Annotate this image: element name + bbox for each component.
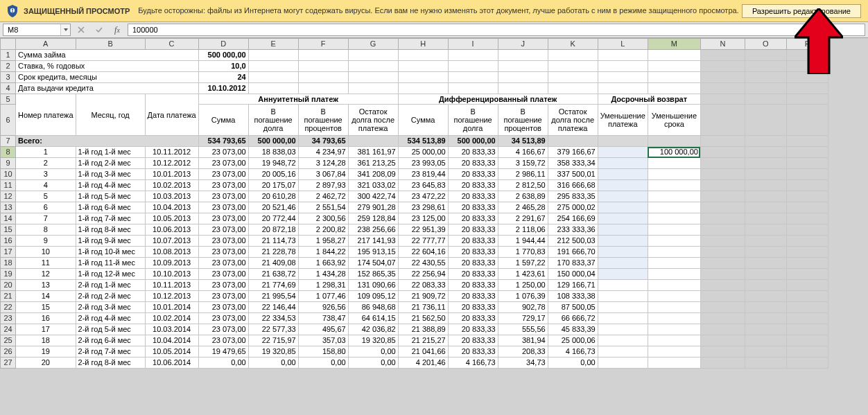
cell[interactable] bbox=[598, 61, 648, 72]
cell-num[interactable]: 11 bbox=[16, 258, 76, 269]
cell-D[interactable]: 23 073,00 bbox=[198, 180, 248, 191]
cell-L[interactable] bbox=[598, 169, 648, 180]
fx-button[interactable]: fx bbox=[110, 24, 125, 36]
cell-num[interactable]: 1 bbox=[16, 147, 76, 158]
cell-G[interactable]: 381 161,97 bbox=[348, 147, 398, 158]
cell-F[interactable]: 1 844,22 bbox=[298, 247, 348, 258]
param-label[interactable]: Ставка, % годовых bbox=[16, 61, 199, 72]
cell-H[interactable]: 21 736,11 bbox=[398, 302, 448, 313]
subheader-L[interactable]: Уменьшение платежа bbox=[598, 105, 648, 136]
row-header-6[interactable]: 6 bbox=[1, 105, 16, 136]
cell-E[interactable]: 20 872,18 bbox=[248, 224, 298, 236]
select-all-corner[interactable] bbox=[1, 39, 16, 50]
total-I[interactable]: 500 000,00 bbox=[448, 136, 498, 147]
cell-date[interactable]: 10.10.2013 bbox=[145, 269, 198, 280]
cell[interactable] bbox=[745, 191, 786, 202]
spreadsheet-area[interactable]: ABCDEFGHIJKLMNOP1Сумма займа500 000,002С… bbox=[0, 38, 868, 415]
cell[interactable] bbox=[398, 83, 448, 94]
cell[interactable] bbox=[745, 324, 786, 335]
cell[interactable] bbox=[745, 236, 786, 247]
cell-K[interactable]: 295 833,35 bbox=[548, 191, 598, 202]
cell-num[interactable]: 10 bbox=[16, 247, 76, 258]
cell-G[interactable]: 238 256,66 bbox=[348, 224, 398, 236]
cell[interactable] bbox=[348, 50, 398, 61]
header-num[interactable]: Номер платежа bbox=[16, 94, 76, 136]
cell-I[interactable]: 20 833,33 bbox=[448, 247, 498, 258]
cell[interactable] bbox=[348, 72, 398, 83]
cell-E[interactable]: 20 521,46 bbox=[248, 202, 298, 213]
cell-month[interactable]: 2-й год 4-й мес bbox=[76, 313, 145, 324]
cell-date[interactable]: 10.12.2012 bbox=[145, 158, 198, 169]
row-header-18[interactable]: 18 bbox=[1, 258, 16, 269]
cell[interactable] bbox=[700, 158, 745, 169]
cell[interactable] bbox=[786, 191, 828, 202]
cell-date[interactable]: 10.11.2013 bbox=[145, 280, 198, 291]
cell[interactable] bbox=[786, 158, 828, 169]
subheader-M[interactable]: Уменьшение срока bbox=[648, 105, 700, 136]
total-E[interactable]: 500 000,00 bbox=[248, 136, 298, 147]
cell-K[interactable]: 87 500,05 bbox=[548, 302, 598, 313]
cell[interactable] bbox=[786, 269, 828, 280]
cell-L[interactable] bbox=[598, 247, 648, 258]
cell-date[interactable]: 10.06.2013 bbox=[145, 224, 198, 236]
cell-M[interactable] bbox=[648, 291, 700, 302]
cell[interactable] bbox=[398, 50, 448, 61]
cell-H[interactable]: 22 430,55 bbox=[398, 258, 448, 269]
cell-J[interactable]: 2 638,89 bbox=[498, 191, 548, 202]
cell-I[interactable]: 20 833,33 bbox=[448, 224, 498, 236]
column-header-G[interactable]: G bbox=[348, 39, 398, 50]
row-header-23[interactable]: 23 bbox=[1, 313, 16, 324]
cell[interactable] bbox=[700, 180, 745, 191]
cell-M[interactable] bbox=[648, 247, 700, 258]
row-header-9[interactable]: 9 bbox=[1, 158, 16, 169]
subheader-K[interactable]: Остаток долга после платежа bbox=[548, 105, 598, 136]
cell-I[interactable]: 20 833,33 bbox=[448, 180, 498, 191]
cell-L[interactable] bbox=[598, 269, 648, 280]
cell-D[interactable]: 23 073,00 bbox=[198, 158, 248, 169]
cell-F[interactable]: 3 067,84 bbox=[298, 169, 348, 180]
cell-I[interactable]: 20 833,33 bbox=[448, 335, 498, 346]
cell-date[interactable]: 10.07.2013 bbox=[145, 236, 198, 247]
cell-J[interactable]: 208,33 bbox=[498, 346, 548, 357]
name-box-input[interactable] bbox=[3, 26, 60, 34]
cell[interactable] bbox=[700, 50, 745, 61]
row-header-1[interactable]: 1 bbox=[1, 50, 16, 61]
cell-F[interactable]: 2 551,54 bbox=[298, 202, 348, 213]
cell[interactable] bbox=[786, 105, 828, 136]
cell-date[interactable]: 10.01.2014 bbox=[145, 302, 198, 313]
cell-L[interactable] bbox=[598, 335, 648, 346]
cell[interactable] bbox=[700, 324, 745, 335]
cell[interactable] bbox=[745, 169, 786, 180]
cell[interactable] bbox=[745, 302, 786, 313]
cell-K[interactable]: 379 166,67 bbox=[548, 147, 598, 158]
cell-M[interactable] bbox=[648, 191, 700, 202]
row-header-5[interactable]: 5 bbox=[1, 94, 16, 105]
cell-J[interactable]: 1 944,44 bbox=[498, 236, 548, 247]
cell-H[interactable]: 21 909,72 bbox=[398, 291, 448, 302]
cell-J[interactable]: 1 076,39 bbox=[498, 291, 548, 302]
cell-H[interactable]: 23 993,05 bbox=[398, 158, 448, 169]
cell-date[interactable]: 10.06.2014 bbox=[145, 357, 198, 369]
cell-G[interactable]: 19 320,85 bbox=[348, 335, 398, 346]
cell-num[interactable]: 2 bbox=[16, 158, 76, 169]
cell-J[interactable]: 4 166,67 bbox=[498, 147, 548, 158]
cell-M[interactable] bbox=[648, 180, 700, 191]
param-label[interactable]: Дата выдачи кредита bbox=[16, 83, 199, 94]
cell-I[interactable]: 20 833,33 bbox=[448, 258, 498, 269]
param-value[interactable]: 24 bbox=[198, 72, 248, 83]
cell-G[interactable]: 86 948,68 bbox=[348, 302, 398, 313]
cell-K[interactable]: 337 500,01 bbox=[548, 169, 598, 180]
cell-num[interactable]: 17 bbox=[16, 324, 76, 335]
cell-M[interactable] bbox=[648, 169, 700, 180]
cell-date[interactable]: 10.02.2013 bbox=[145, 180, 198, 191]
cell-M[interactable] bbox=[648, 346, 700, 357]
cell-H[interactable]: 22 604,16 bbox=[398, 247, 448, 258]
cell-num[interactable]: 7 bbox=[16, 213, 76, 224]
cell-date[interactable]: 10.08.2013 bbox=[145, 247, 198, 258]
cell-I[interactable]: 20 833,33 bbox=[448, 147, 498, 158]
cell-month[interactable]: 1-й год 7-й мес bbox=[76, 213, 145, 224]
cell-L[interactable] bbox=[598, 302, 648, 313]
cell-num[interactable]: 3 bbox=[16, 169, 76, 180]
cell-month[interactable]: 1-й год 9-й мес bbox=[76, 236, 145, 247]
subheader-H[interactable]: Сумма bbox=[398, 105, 448, 136]
